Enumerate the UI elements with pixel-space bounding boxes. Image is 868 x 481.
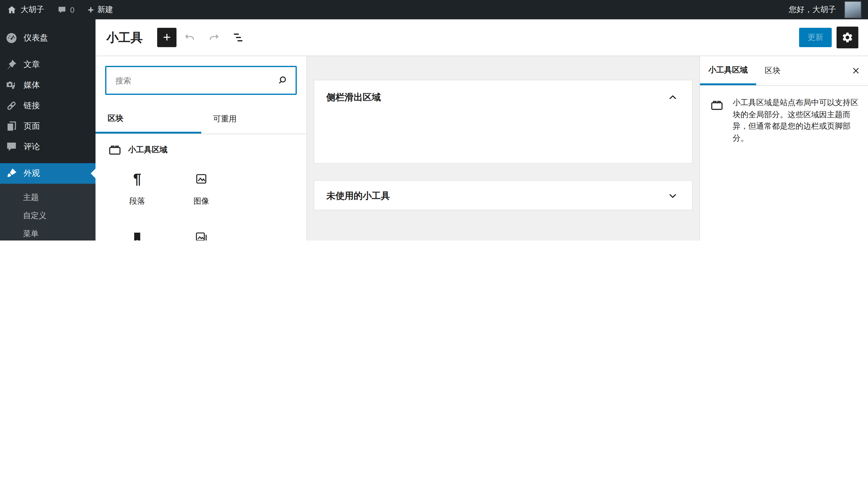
block-item-label: 图像	[193, 196, 209, 207]
tab-widget-areas[interactable]: 小工具区域	[700, 56, 756, 85]
block-inserter-panel: 区块 可重用 小工具区域 ¶段落图像标题画廊列表引语[/]短代码文章归档音频按钮…	[95, 56, 307, 241]
search-input[interactable]	[105, 66, 297, 95]
sidebar-item-appearance[interactable]: 外观	[0, 163, 95, 184]
image-icon	[194, 171, 209, 186]
widget-area-title: 未使用的小工具	[327, 190, 390, 201]
settings-body: 小工具区域是站点布局中可以支持区块的全局部分。这些区域因主题而异，但通常都是您的…	[700, 86, 868, 155]
editor-header: 小工具 + 更新	[95, 19, 868, 56]
current-menu-arrow	[91, 169, 95, 178]
heading-icon	[130, 230, 145, 241]
block-grid: ¶段落图像标题画廊列表引语[/]短代码文章归档音频按钮日历分类目录代码栏目封面	[95, 161, 306, 241]
submenu-item-菜单[interactable]: 菜单	[0, 225, 95, 241]
block-item-段落[interactable]: ¶段落	[105, 161, 169, 219]
sidebar-item-label: 文章	[24, 59, 40, 70]
block-item-画廊[interactable]: 画廊	[169, 219, 233, 241]
pin-icon	[5, 59, 18, 71]
sidebar-item-pages[interactable]: 页面	[0, 116, 95, 136]
sidebar-item-comments[interactable]: 评论	[0, 136, 95, 157]
submenu-item-自定义[interactable]: 自定义	[0, 207, 95, 225]
menu-gap	[0, 49, 95, 54]
widget-area-description: 小工具区域是站点布局中可以支持区块的全局部分。这些区域因主题而异，但通常都是您的…	[733, 97, 858, 144]
undo-icon	[183, 30, 197, 45]
sidebar-item-label: 评论	[24, 141, 40, 152]
update-button[interactable]: 更新	[799, 28, 832, 47]
inserter-tabs: 区块 可重用	[95, 104, 306, 134]
widget-area-header[interactable]: 侧栏滑出区域	[314, 81, 692, 114]
appearance-icon	[5, 167, 18, 180]
new-label: 新建	[97, 4, 113, 15]
admin-bar-comments[interactable]: 0	[51, 0, 81, 19]
block-item-图像[interactable]: 图像	[169, 161, 233, 219]
widget-area-icon	[107, 142, 122, 157]
close-icon	[850, 65, 862, 77]
sidebar-item-links[interactable]: 链接	[0, 95, 95, 116]
add-block-button[interactable]: +	[157, 28, 177, 47]
admin-bar-account[interactable]: 您好，大胡子	[782, 0, 868, 19]
widget-area-icon	[710, 98, 724, 113]
close-sidebar-button[interactable]	[844, 56, 868, 85]
link-icon	[5, 100, 18, 112]
greeting-text: 您好，大胡子	[789, 4, 836, 15]
undo-button[interactable]	[179, 27, 201, 49]
widget-area-title: 侧栏滑出区域	[327, 92, 381, 103]
sidebar-item-dashboard[interactable]: 仪表盘	[0, 28, 95, 49]
wordpress-widgets-screen: 大胡子 0 + 新建 您好，大胡子 仪表盘文章媒体链接页面评论外观主题自定义菜单…	[0, 0, 868, 241]
admin-bar: 大胡子 0 + 新建 您好，大胡子	[0, 0, 868, 19]
gear-icon	[841, 31, 854, 43]
widget-area-card: 未使用的小工具	[314, 180, 693, 210]
settings-sidebar: 小工具区域 区块 小工具区域是站点布局中可以支持区块的全局部分。这些区域因主题而…	[700, 56, 868, 241]
tab-block[interactable]: 区块	[756, 56, 789, 85]
sidebar-item-label: 仪表盘	[24, 33, 48, 43]
paragraph-icon: ¶	[130, 171, 145, 186]
admin-bar-new[interactable]: + 新建	[81, 0, 120, 19]
pages-icon	[5, 120, 18, 132]
inserter-section-header: 小工具区域	[95, 134, 306, 161]
comment-bubble-icon	[57, 5, 66, 14]
gallery-icon	[194, 230, 209, 241]
inserter-section-title: 小工具区域	[128, 145, 167, 155]
redo-button[interactable]	[203, 27, 225, 49]
widget-area-header[interactable]: 未使用的小工具	[314, 181, 692, 211]
sidebar-item-label: 链接	[24, 100, 40, 111]
admin-bar-site[interactable]: 大胡子	[0, 0, 51, 19]
block-item-标题[interactable]: 标题	[105, 219, 169, 241]
comments-icon	[5, 141, 18, 153]
avatar	[844, 1, 861, 18]
sidebar-item-label: 页面	[24, 121, 40, 132]
site-name: 大胡子	[21, 4, 44, 15]
list-view-button[interactable]	[227, 27, 249, 49]
widget-area-card: 侧栏滑出区域	[314, 80, 693, 164]
search-icon	[275, 73, 289, 88]
list-view-icon	[231, 30, 245, 45]
dashboard-icon	[5, 32, 18, 44]
editor-canvas: 侧栏滑出区域 未使用的小工具	[307, 56, 700, 241]
page-title: 小工具	[106, 29, 143, 45]
appearance-submenu: 主题自定义菜单小工具主题编辑器	[0, 184, 95, 241]
settings-toggle-button[interactable]	[837, 27, 858, 49]
plus-icon: +	[88, 4, 94, 15]
menu-gap	[0, 157, 95, 163]
chevron-down-icon	[665, 189, 680, 203]
block-item-label: 段落	[129, 196, 145, 207]
chevron-up-icon	[665, 90, 680, 104]
sidebar-item-label: 媒体	[24, 80, 40, 91]
tab-reusable[interactable]: 可重用	[201, 104, 306, 133]
sidebar-item-media[interactable]: 媒体	[0, 75, 95, 95]
media-icon	[5, 79, 18, 91]
sidebar-item-posts[interactable]: 文章	[0, 54, 95, 75]
sidebar-item-label: 外观	[24, 168, 40, 179]
settings-tabs: 小工具区域 区块	[700, 56, 868, 86]
tab-blocks[interactable]: 区块	[95, 104, 201, 133]
home-icon	[7, 4, 17, 15]
admin-menu: 仪表盘文章媒体链接页面评论外观主题自定义菜单小工具主题编辑器插件用户工具设置Gu…	[0, 19, 95, 241]
redo-icon	[207, 30, 221, 45]
submenu-item-主题[interactable]: 主题	[0, 189, 95, 207]
plus-icon: +	[163, 30, 171, 45]
comment-count: 0	[70, 5, 74, 14]
